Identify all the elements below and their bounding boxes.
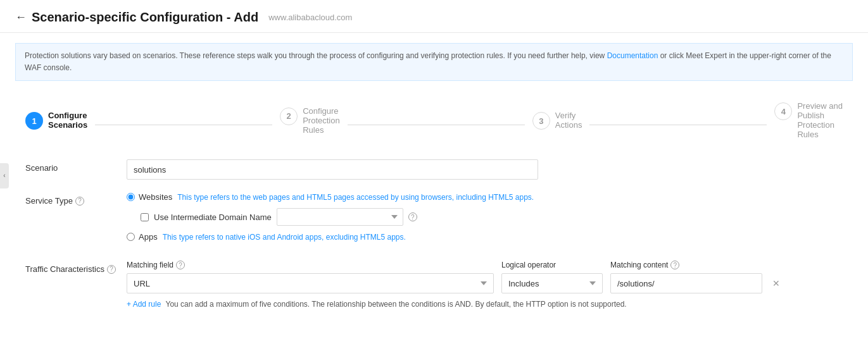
- step-4-circle: 4: [774, 102, 792, 120]
- tc-row-1: URL Includes ✕: [127, 273, 843, 293]
- traffic-characteristics-row: Traffic Characteristics ? Matching field…: [25, 261, 843, 309]
- add-rule-desc: You can add a maximum of five conditions…: [166, 300, 627, 309]
- info-banner: Protection solutions vary based on scena…: [15, 43, 853, 81]
- scenario-row: Scenario: [25, 159, 843, 180]
- intermediate-domain-help-icon[interactable]: ?: [408, 212, 417, 221]
- scenario-control: [127, 159, 843, 180]
- logical-operator-dropdown[interactable]: Includes: [501, 273, 603, 293]
- apps-desc: This type refers to native iOS and Andro…: [163, 233, 406, 242]
- intermediate-domain-label: Use Intermediate Domain Name: [154, 212, 272, 222]
- traffic-characteristics-label: Traffic Characteristics ?: [25, 261, 127, 274]
- add-rule-link[interactable]: + Add rule: [127, 300, 161, 309]
- intermediate-domain-checkbox[interactable]: [141, 213, 149, 221]
- step-connector-3: [589, 125, 767, 125]
- matching-field-help-icon[interactable]: ?: [176, 261, 185, 269]
- step-3-circle: 3: [532, 112, 550, 130]
- intermediate-domain-dropdown[interactable]: [277, 208, 403, 226]
- tc-headers: Matching field ? Logical operator Matchi…: [127, 261, 843, 269]
- apps-radio[interactable]: [127, 233, 135, 241]
- step-1-label: ConfigureScenarios: [48, 111, 87, 130]
- domain-label: www.alibabacloud.com: [268, 13, 352, 22]
- documentation-link[interactable]: Documentation: [607, 51, 658, 60]
- sidebar-collapse-button[interactable]: ‹: [0, 163, 9, 188]
- matching-content-input[interactable]: [610, 273, 762, 293]
- step-4-label: Preview andPublishProtectionRules: [797, 101, 843, 139]
- websites-desc: This type refers to the web pages and HT…: [177, 193, 534, 202]
- service-type-help-icon[interactable]: ?: [75, 197, 84, 206]
- step-2: 2 ConfigureProtectionRules: [280, 106, 340, 135]
- info-banner-text-start: Protection solutions vary based on scena…: [25, 51, 607, 60]
- step-1: 1 ConfigureScenarios: [25, 111, 87, 130]
- service-type-control: Websites This type refers to the web pag…: [127, 192, 843, 248]
- page-header: ← Scenario-specific Configuration - Add …: [0, 0, 868, 33]
- websites-radio[interactable]: [127, 193, 135, 201]
- traffic-help-icon[interactable]: ?: [107, 265, 116, 274]
- step-3-label: VerifyActions: [555, 111, 582, 130]
- matching-field-dropdown[interactable]: URL: [127, 273, 494, 293]
- step-1-circle: 1: [25, 112, 43, 130]
- apps-option: Apps This type refers to native iOS and …: [127, 232, 843, 242]
- back-button[interactable]: ←: [15, 11, 27, 24]
- websites-option: Websites This type refers to the web pag…: [127, 192, 843, 202]
- matching-field-header: Matching field ?: [127, 261, 494, 269]
- add-rule-row: + Add rule You can add a maximum of five…: [127, 300, 843, 309]
- page-title: Scenario-specific Configuration - Add: [32, 10, 258, 25]
- step-4: 4 Preview andPublishProtectionRules: [774, 101, 843, 139]
- matching-content-help-icon[interactable]: ?: [670, 261, 679, 269]
- apps-label: Apps: [139, 232, 158, 242]
- step-2-circle: 2: [280, 108, 298, 125]
- logical-operator-header: Logical operator: [501, 261, 603, 269]
- traffic-characteristics-content: Matching field ? Logical operator Matchi…: [127, 261, 843, 309]
- scenario-label: Scenario: [25, 159, 127, 173]
- tc-remove-button[interactable]: ✕: [770, 276, 783, 291]
- scenario-input[interactable]: [127, 159, 538, 180]
- websites-label: Websites: [139, 192, 172, 202]
- service-type-row: Service Type ? Websites This type refers…: [25, 192, 843, 248]
- matching-content-header: Matching content ?: [610, 261, 775, 269]
- steps-container: 1 ConfigureScenarios 2 ConfigureProtecti…: [0, 91, 868, 154]
- intermediate-domain-row: Use Intermediate Domain Name ?: [141, 208, 843, 226]
- service-type-label: Service Type ?: [25, 192, 127, 206]
- step-connector-1: [95, 125, 272, 125]
- step-3: 3 VerifyActions: [532, 111, 582, 130]
- form-area: Scenario Service Type ? Websites This ty…: [0, 154, 868, 334]
- step-2-label: ConfigureProtectionRules: [303, 106, 340, 135]
- step-connector-2: [348, 125, 525, 125]
